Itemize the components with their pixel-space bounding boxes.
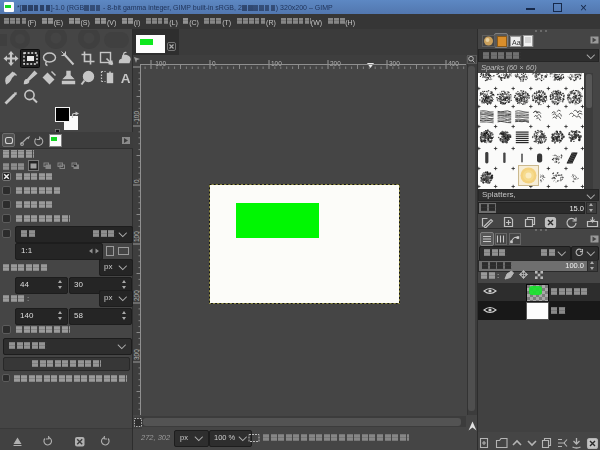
svg-text:-100: -100	[133, 111, 140, 124]
svg-text:200: 200	[133, 290, 140, 301]
svg-text:300: 300	[133, 349, 140, 360]
svg-text:0: 0	[133, 179, 140, 183]
svg-text:Aa: Aa	[512, 39, 521, 46]
svg-text:A: A	[121, 71, 131, 86]
svg-text:100: 100	[133, 231, 140, 242]
